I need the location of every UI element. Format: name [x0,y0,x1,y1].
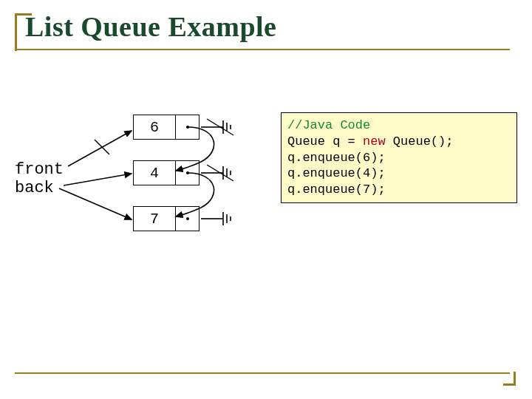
code-line-3: q.enqueue(6); [287,151,386,165]
bottom-accent [503,372,516,386]
page-title: List Queue Example [21,10,276,43]
arrow-node2-to-node3 [176,173,214,216]
diagram-arrows [15,115,259,277]
null-icon-3 [201,212,231,225]
null-icon-2 [201,165,233,181]
arrow-node1-to-node2 [176,127,214,171]
code-box: //Java Code Queue q = new Queue(); q.enq… [281,112,517,203]
queue-diagram: front back 6 4 7 [15,115,259,277]
code-line-4: q.enqueue(4); [287,166,386,180]
arrow-back-old [64,174,132,185]
arrow-back-current [59,188,132,219]
code-line-2b: Queue(); [386,134,454,149]
bottom-rule [15,372,510,374]
arrow-front-old [68,131,132,166]
title-area: List Queue Example [21,10,276,43]
code-line-5: q.enqueue(7); [287,183,386,197]
title-underline [15,49,510,50]
null-icon-1 [201,119,233,135]
code-comment: //Java Code [287,118,370,132]
keyword-new: new [363,134,386,149]
pointer-dot-icon [186,217,189,220]
strike-icon [95,140,109,154]
code-line-2a: Queue q = [287,134,363,149]
title-accent [15,13,32,51]
slide: List Queue Example front back 6 4 7 [0,0,532,399]
pointer-dot-icon [186,126,189,129]
pointer-dot-icon [186,171,189,174]
